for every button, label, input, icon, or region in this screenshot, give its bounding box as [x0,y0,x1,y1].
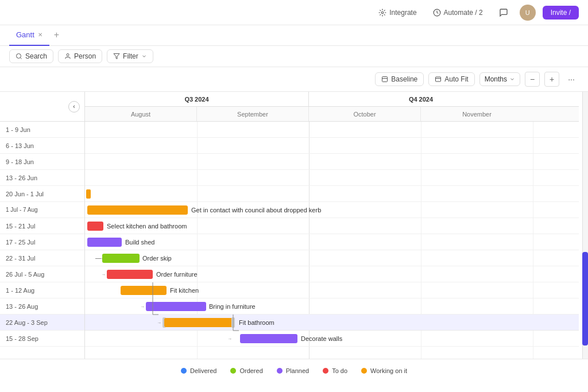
collapse-button[interactable]: ‹ [68,101,80,112]
svg-point-4 [67,54,69,56]
arrow-head-11: → [140,304,145,309]
row-label-13: 15 - 28 Sep [0,331,84,347]
zoom-out-button[interactable]: − [525,72,540,87]
gantt-row-10: Fit kitchen [85,282,579,298]
gantt-row-3 [85,170,579,186]
invite-button[interactable]: Invite / [543,6,579,20]
filter-button[interactable]: Filter [107,49,153,63]
gantt-bar-5[interactable] [87,205,188,215]
gantt-inner: Q3 2024 Q4 2024 August September October… [85,92,579,359]
legend-delivered: Delivered [181,367,216,374]
chat-icon [499,8,508,17]
user-avatar[interactable]: U [520,5,536,21]
bar-10-label: Fit kitchen [170,287,199,294]
month-header-row: August September October November [85,107,579,122]
row-label-5: 1 Jul - 7 Aug [0,202,84,218]
legend-dot-ordered [230,368,236,374]
chat-button[interactable] [494,6,513,20]
tab-add[interactable]: + [49,25,64,46]
legend-todo: To do [323,367,347,374]
bar-9-label: Order furniture [156,271,198,278]
search-button[interactable]: Search [9,49,53,63]
tab-bar: Gantt ✕ + [0,25,588,46]
automate-button[interactable]: Automate / 2 [428,6,488,19]
more-options-button[interactable]: ··· [564,72,579,87]
filter-icon [113,53,120,60]
gantt-chart-area: Q3 2024 Q4 2024 August September October… [85,92,588,359]
person-label: Person [74,52,96,60]
svg-rect-6 [382,77,388,82]
person-button[interactable]: Person [58,49,102,63]
legend-dot-todo [323,368,328,374]
gantt-row-8: → Order skip [85,250,579,266]
integrate-icon [378,9,386,17]
gantt-bar-13[interactable] [240,334,297,343]
search-label: Search [25,52,47,60]
legend-dot-working [361,368,367,374]
row-label-9: 26 Jul - 5 Aug [0,266,84,282]
bar-12-handle-right[interactable] [231,317,235,328]
gantt-main: ‹ 1 - 9 Jun 6 - 13 Jun 9 - 18 Jun 13 - 2… [0,92,588,359]
month-september: September [197,107,309,121]
gantt-row-2 [85,154,579,170]
months-select[interactable]: Months [479,72,520,86]
row-label-7: 17 - 25 Jul [0,234,84,250]
legend-planned: Planned [277,367,309,374]
bar-13-label: Decorate walls [301,335,342,342]
autofit-button[interactable]: Auto Fit [428,72,474,86]
top-navigation: Integrate Automate / 2 U Invite / [0,0,588,25]
quarter-header-row: Q3 2024 Q4 2024 [85,92,579,107]
gantt-bar-12[interactable] [164,318,233,327]
gantt-row-7: Build shed [85,234,579,250]
integrate-button[interactable]: Integrate [374,6,421,19]
gantt-row-1 [85,138,579,154]
bar-7-label: Build shed [125,239,154,246]
bar-8-label: Order skip [142,255,172,262]
gantt-row-6: Select kitchen and bathroom [85,218,579,234]
legend-label-working: Working on it [370,367,407,374]
svg-rect-8 [436,77,441,81]
svg-marker-5 [114,54,119,59]
baseline-button[interactable]: Baseline [375,72,424,86]
legend-working: Working on it [361,367,407,374]
scrollbar-thumb[interactable] [582,252,588,346]
legend-label-planned: Planned [286,367,309,374]
arrow-head-9: → [101,272,106,277]
vertical-scrollbar[interactable] [582,92,588,359]
row-label-8: 22 - 31 Jul [0,250,84,266]
row-label-1: 6 - 13 Jun [0,138,84,154]
row-label-4: 20 Jun - 1 Jul [0,186,84,202]
gantt-bar-6[interactable] [87,222,103,231]
row-label-0: 1 - 9 Jun [0,122,84,138]
legend-ordered: Ordered [230,367,262,374]
gantt-bar-10[interactable] [121,286,167,295]
row-label-10: 1 - 12 Aug [0,282,84,298]
gantt-bar-8[interactable] [102,254,140,263]
person-icon [64,53,71,60]
row-label-12: 22 Aug - 3 Sep [0,315,84,331]
gantt-bar-11[interactable] [146,302,206,311]
gantt-bar-7[interactable] [87,238,122,247]
gantt-row-0 [85,122,579,138]
automate-icon [433,9,441,17]
bar-short-4[interactable] [86,189,91,199]
gantt-row-13: → Decorate walls [85,331,579,347]
gantt-row-5: Get in contact with council about droppe… [85,202,579,218]
legend-dot-planned [277,368,283,374]
tab-gantt[interactable]: Gantt ✕ [9,25,49,46]
months-label: Months [485,75,507,83]
row-label-14 [0,347,84,359]
quarter-q4: Q4 2024 [309,92,533,106]
legend: Delivered Ordered Planned To do Working … [0,359,588,382]
bar-12-label: Fit bathroom [239,319,274,326]
gantt-bar-9[interactable] [107,270,153,279]
tab-gantt-label: Gantt [16,30,34,39]
months-chevron-icon [509,76,515,82]
legend-label-ordered: Ordered [239,367,262,374]
zoom-in-button[interactable]: + [544,72,559,87]
search-icon [16,53,22,60]
svg-point-0 [381,11,384,14]
gantt-row-14 [85,347,579,359]
tab-close-icon[interactable]: ✕ [38,32,42,38]
legend-dot-delivered [181,368,187,374]
